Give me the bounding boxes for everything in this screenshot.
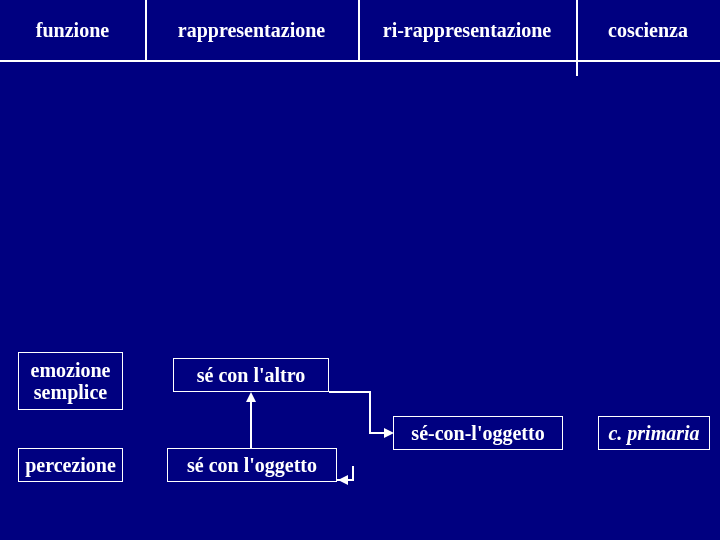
arrow-altro-to-right-head [384, 428, 394, 438]
box-se-con-altro: sé con l'altro [173, 358, 329, 392]
box-c-primaria: c. primaria [598, 416, 710, 450]
header-rappresentazione: rappresentazione [145, 0, 358, 60]
arrow-lower-to-right-v [352, 466, 354, 481]
header-ri-rappresentazione-label: ri-rappresentazione [383, 19, 552, 42]
arrow-altro-to-right-v [369, 391, 371, 433]
arrow-lower-to-right-head [338, 475, 348, 485]
emozione-line2: semplice [34, 381, 107, 403]
header-underline [0, 60, 720, 62]
box-percezione: percezione [18, 448, 123, 482]
header-funzione: funzione [0, 0, 145, 60]
box-se-con-l-oggetto-right: sé-con-l'oggetto [393, 416, 563, 450]
header-funzione-label: funzione [36, 19, 109, 42]
box-se-con-l-oggetto-right-label: sé-con-l'oggetto [411, 422, 544, 445]
arrow-altro-to-right-h [329, 391, 370, 393]
box-emozione-semplice-label: emozione semplice [31, 359, 111, 403]
header-row: funzione rappresentazione ri-rappresenta… [0, 0, 720, 60]
header-rappresentazione-label: rappresentazione [178, 19, 325, 42]
header-ri-rappresentazione: ri-rappresentazione [358, 0, 576, 60]
box-emozione-semplice: emozione semplice [18, 352, 123, 410]
header-coscienza: coscienza [576, 0, 720, 60]
emozione-line1: emozione [31, 359, 111, 381]
box-se-con-altro-label: sé con l'altro [197, 364, 306, 387]
header-coscienza-label: coscienza [608, 19, 688, 42]
header-sep-3-ext [576, 60, 578, 76]
arrow-oggetto-to-altro-line [250, 400, 252, 448]
box-c-primaria-label: c. primaria [608, 422, 699, 445]
box-se-con-oggetto-label: sé con l'oggetto [187, 454, 317, 477]
box-percezione-label: percezione [25, 454, 116, 477]
box-se-con-oggetto: sé con l'oggetto [167, 448, 337, 482]
arrow-oggetto-to-altro-head [246, 392, 256, 402]
